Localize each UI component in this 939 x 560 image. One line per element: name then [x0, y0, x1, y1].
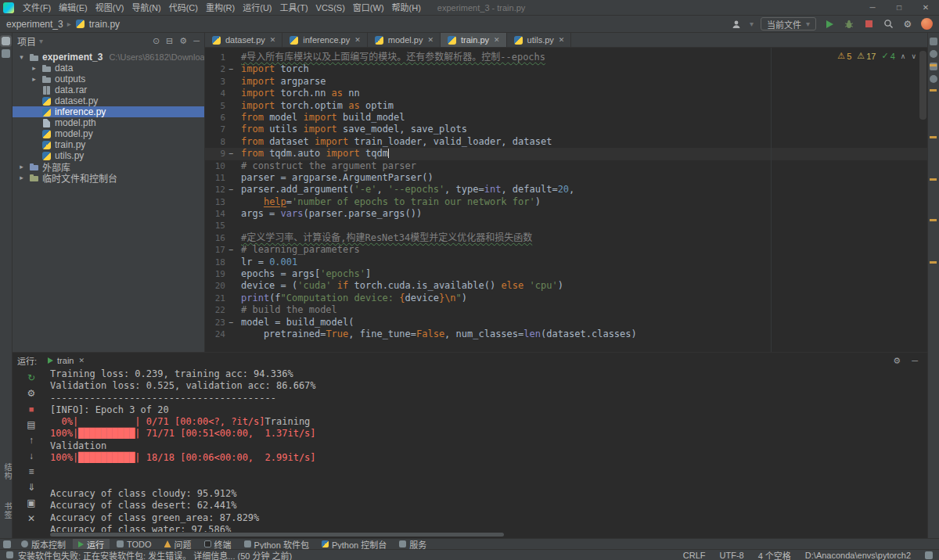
quick-access-icon[interactable] — [3, 540, 11, 548]
editor-line[interactable]: 17−# learning_parameters — [205, 244, 927, 256]
rerun-icon[interactable]: ↻ — [25, 372, 38, 385]
line-number[interactable]: 1 — [205, 52, 225, 63]
line-number[interactable]: 5 — [205, 100, 225, 112]
menu-item[interactable]: 编辑(E) — [55, 3, 92, 13]
tree-item-data[interactable]: ▸data — [13, 63, 204, 74]
tree-item-临时文件和控制台[interactable]: ▸临时文件和控制台 — [13, 172, 204, 183]
toolwindow-python-button[interactable]: Python 控制台 — [316, 539, 392, 550]
line-number[interactable]: 14 — [205, 208, 225, 220]
minimize-icon[interactable]: ─ — [859, 0, 886, 16]
weak-inspection-badge[interactable]: ⚠17 — [857, 51, 876, 61]
next-warning-icon[interactable]: ∨ — [911, 52, 916, 60]
close-icon[interactable]: ✕ — [912, 0, 939, 16]
search-icon[interactable] — [882, 18, 894, 31]
line-number[interactable]: 6 — [205, 112, 225, 124]
editor-line[interactable]: 2−import torch — [205, 63, 927, 75]
editor-line[interactable]: 12−parser.add_argument('-e', '--epochs',… — [205, 184, 927, 196]
chevron-icon[interactable]: ▸ — [30, 64, 38, 72]
tree-item-model.py[interactable]: model.py — [13, 128, 204, 139]
close-icon[interactable]: ✕ — [494, 36, 500, 44]
tree-item-model.pth[interactable]: model.pth — [13, 117, 204, 128]
editor-line[interactable]: 3import argparse — [205, 76, 927, 88]
line-number[interactable]: 18 — [205, 257, 225, 268]
status-message[interactable]: 安装软件包失败: 正在安装软件包: 发生错误。 详细信息... (50 分钟 之… — [18, 549, 292, 560]
scroll-to-end-icon[interactable]: ⇓ — [25, 481, 38, 494]
fold-icon[interactable]: − — [225, 184, 236, 196]
editor-line[interactable]: 20device = ('cuda' if torch.cuda.is_avai… — [205, 280, 927, 292]
close-icon[interactable]: ✕ — [559, 36, 565, 44]
chevron-icon[interactable]: ▸ — [30, 75, 38, 83]
tab-utils.py[interactable]: utils.py✕ — [507, 33, 572, 47]
down-stack-trace-icon[interactable]: ↓ — [25, 450, 38, 463]
locate-file-icon[interactable]: ⊙ — [153, 36, 160, 46]
editor-line[interactable]: 6from model import build_model — [205, 112, 927, 124]
run-console[interactable]: Training loss: 0.239, training acc: 94.3… — [50, 368, 924, 532]
line-number[interactable]: 16 — [205, 232, 225, 244]
avatar[interactable] — [921, 18, 933, 30]
editor-line[interactable]: 4import torch.nn as nn — [205, 88, 927, 99]
tree-item-outputs[interactable]: ▸outputs — [13, 74, 204, 84]
tab-dataset.py[interactable]: dataset.py✕ — [205, 33, 282, 47]
fold-icon[interactable]: − — [225, 63, 236, 75]
hide-panel-icon[interactable]: ─ — [912, 356, 918, 366]
fold-icon[interactable]: − — [225, 244, 236, 256]
indent-widget[interactable]: 4 个空格 — [758, 549, 791, 560]
ok-inspection-badge[interactable]: ✓4 — [881, 51, 894, 61]
line-number[interactable]: 4 — [205, 88, 225, 99]
right-panel-icon-2[interactable] — [930, 50, 937, 58]
project-panel-title[interactable]: 项目 — [17, 34, 36, 48]
user-icon[interactable] — [730, 18, 743, 31]
toolwindow-services-button[interactable]: 服务 — [394, 539, 432, 550]
print-icon[interactable]: ▣ — [25, 497, 38, 510]
gear-icon[interactable]: ⚙ — [893, 356, 901, 366]
menu-item[interactable]: 帮助(H) — [388, 3, 425, 13]
edit-configuration-icon[interactable]: ⚙ — [25, 387, 38, 400]
restore-layout-icon[interactable]: ▤ — [25, 418, 38, 432]
tab-model.py[interactable]: model.py✕ — [368, 33, 441, 47]
run-config-select[interactable]: 当前文件 ▾ — [761, 17, 816, 31]
editor-line[interactable]: 7from utils import save_model, save_plot… — [205, 124, 927, 135]
code-editor[interactable]: 1#导入所有库模块以及上面编写的模块。还有参数解析器。控制--epochs2−i… — [205, 48, 927, 352]
line-number[interactable]: 20 — [205, 280, 225, 292]
editor-line[interactable]: 16#定义学习率、计算设备,构建ResNet34模型并定义优化器和损失函数 — [205, 232, 927, 244]
tree-item-dataset.py[interactable]: dataset.py — [13, 95, 204, 106]
line-number[interactable]: 11 — [205, 172, 225, 184]
editor-line[interactable]: 9−from tqdm.auto import tqdm — [205, 148, 927, 160]
toolwindow-package-button[interactable]: Python 软件包 — [239, 539, 315, 550]
editor-line[interactable]: 23−model = build_model( — [205, 317, 927, 328]
encoding-widget[interactable]: UTF-8 — [720, 551, 744, 560]
toolwindow-todo-button[interactable]: TODO — [111, 539, 157, 550]
line-number[interactable]: 13 — [205, 196, 225, 208]
editor-line[interactable]: 14args = vars(parser.parse_args()) — [205, 208, 927, 220]
clear-all-icon[interactable]: ✕ — [25, 512, 38, 526]
chevron-down-icon[interactable]: ▾ — [39, 37, 43, 45]
close-icon[interactable]: ✕ — [427, 36, 434, 44]
menu-item[interactable]: 重构(R) — [202, 3, 239, 13]
gear-icon[interactable]: ⚙ — [179, 36, 187, 46]
chevron-icon[interactable]: ▸ — [17, 174, 26, 181]
tree-item-utils.py[interactable]: utils.py — [13, 150, 204, 161]
right-panel-icon-1[interactable] — [930, 38, 937, 45]
bookmarks-toolwindow-button[interactable]: 书签 — [2, 502, 13, 519]
breadcrumb-project[interactable]: experiment_3 — [6, 19, 63, 30]
soft-wrap-icon[interactable]: ≡ — [25, 465, 38, 479]
line-number[interactable]: 21 — [205, 293, 225, 304]
line-number[interactable]: 7 — [205, 124, 225, 135]
breadcrumb-file[interactable]: train.py — [89, 19, 120, 30]
editor-scrollbar[interactable] — [919, 51, 926, 120]
chevron-icon[interactable]: ▸ — [17, 163, 26, 171]
editor-line[interactable]: 18lr = 0.001 — [205, 257, 927, 268]
fold-icon[interactable]: − — [225, 148, 236, 160]
run-button[interactable] — [823, 18, 836, 31]
close-icon[interactable]: ✕ — [354, 36, 361, 44]
menu-item[interactable]: 视图(V) — [92, 3, 128, 13]
tree-item-inference.py[interactable]: inference.py — [13, 106, 204, 117]
editor-line[interactable]: 11parser = argparse.ArgumentParser() — [205, 172, 927, 184]
tree-item-experiment_3[interactable]: ▾experiment_3C:\Users\86182\Downloads\ex… — [13, 52, 204, 63]
line-number[interactable]: 8 — [205, 136, 225, 148]
line-number[interactable]: 10 — [205, 160, 225, 172]
menu-item[interactable]: 窗口(W) — [349, 3, 388, 13]
interpreter-widget[interactable]: D:\Anaconda\envs\pytorch2 — [805, 551, 911, 560]
toolwindow-branch-button[interactable]: 版本控制 — [16, 539, 71, 550]
tab-inference.py[interactable]: inference.py✕ — [282, 33, 367, 47]
